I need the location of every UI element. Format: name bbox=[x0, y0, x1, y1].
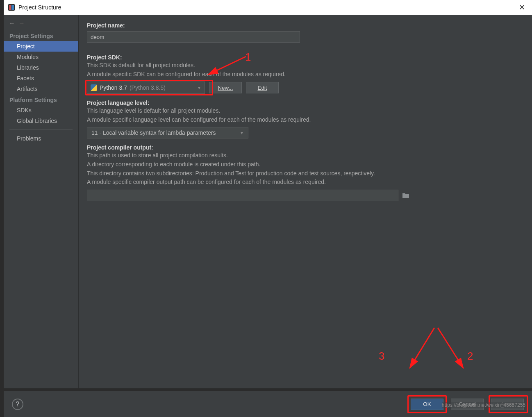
sidebar-item-project[interactable]: Project bbox=[4, 41, 78, 52]
output-hint-3: This directory contains two subdirectori… bbox=[87, 170, 524, 178]
sidebar-item-facets[interactable]: Facets bbox=[4, 73, 78, 84]
sdk-hint-1: This SDK is default for all project modu… bbox=[87, 61, 524, 70]
python-icon bbox=[91, 84, 97, 91]
project-name-label: Project name: bbox=[87, 22, 524, 29]
titlebar: Project Structure ✕ bbox=[4, 0, 532, 15]
sidebar-item-modules[interactable]: Modules bbox=[4, 52, 78, 62]
project-lang-label: Project language level: bbox=[87, 100, 524, 106]
nav-forward-icon[interactable]: → bbox=[18, 20, 25, 27]
output-hint-2: A directory corresponding to each module… bbox=[87, 161, 524, 169]
project-sdk-dropdown[interactable]: Python 3.7 (Python 3.8.5) ▼ bbox=[87, 82, 205, 94]
sdk-new-label: New... bbox=[218, 85, 233, 91]
sdk-row: Python 3.7 (Python 3.8.5) ▼ New... Edit bbox=[87, 82, 524, 94]
sdk-edit-button[interactable]: Edit bbox=[246, 82, 279, 93]
close-icon[interactable]: ✕ bbox=[516, 1, 528, 14]
output-hint-4: A module specific compiler output path c… bbox=[87, 178, 524, 186]
lang-hint-1: This language level is default for all p… bbox=[87, 107, 524, 115]
sdk-hint-2: A module specific SDK can be configured … bbox=[87, 70, 524, 79]
sdk-edit-label: Edit bbox=[258, 85, 267, 91]
sidebar-item-artifacts[interactable]: Artifacts bbox=[4, 84, 78, 94]
svg-rect-1 bbox=[9, 5, 11, 10]
sidebar-item-sdks[interactable]: SDKs bbox=[4, 105, 78, 116]
compiler-output-row bbox=[87, 190, 524, 201]
chevron-down-icon: ▼ bbox=[240, 131, 244, 135]
project-output-label: Project compiler output: bbox=[87, 144, 524, 151]
dialog-body: ← → Project Settings Project Modules Lib… bbox=[4, 15, 532, 388]
language-level-dropdown[interactable]: 11 - Local variable syntax for lambda pa… bbox=[87, 127, 248, 138]
ok-button[interactable]: OK bbox=[411, 399, 443, 410]
output-hint-1: This path is used to store all project c… bbox=[87, 152, 524, 160]
sidebar-section-project-settings: Project Settings bbox=[4, 30, 78, 41]
sidebar-divider bbox=[9, 129, 73, 130]
nav-back-icon[interactable]: ← bbox=[9, 20, 15, 27]
folder-browse-icon[interactable] bbox=[401, 190, 411, 200]
svg-rect-2 bbox=[11, 5, 14, 10]
window-title: Project Structure bbox=[18, 4, 61, 11]
sidebar-item-libraries[interactable]: Libraries bbox=[4, 62, 78, 73]
sidebar-item-problems[interactable]: Problems bbox=[4, 133, 78, 144]
sdk-name: Python 3.7 bbox=[100, 84, 127, 91]
sidebar-section-platform-settings: Platform Settings bbox=[4, 94, 78, 105]
compiler-output-input[interactable] bbox=[87, 190, 398, 201]
sdk-detail: (Python 3.8.5) bbox=[130, 84, 166, 91]
watermark: https://blog.csdn.net/weixin_45657255 bbox=[442, 402, 525, 408]
help-icon[interactable]: ? bbox=[12, 399, 23, 410]
sidebar: ← → Project Settings Project Modules Lib… bbox=[4, 15, 79, 388]
sidebar-item-global-libraries[interactable]: Global Libraries bbox=[4, 116, 78, 126]
project-sdk-label: Project SDK: bbox=[87, 54, 524, 61]
lang-hint-2: A module specific language level can be … bbox=[87, 116, 524, 124]
project-name-input[interactable] bbox=[87, 31, 300, 43]
content-pane: Project name: Project SDK: This SDK is d… bbox=[79, 15, 532, 388]
chevron-down-icon: ▼ bbox=[197, 86, 201, 90]
sdk-new-button[interactable]: New... bbox=[209, 82, 242, 93]
language-level-value: 11 - Local variable syntax for lambda pa… bbox=[91, 129, 216, 136]
app-icon bbox=[8, 4, 15, 11]
